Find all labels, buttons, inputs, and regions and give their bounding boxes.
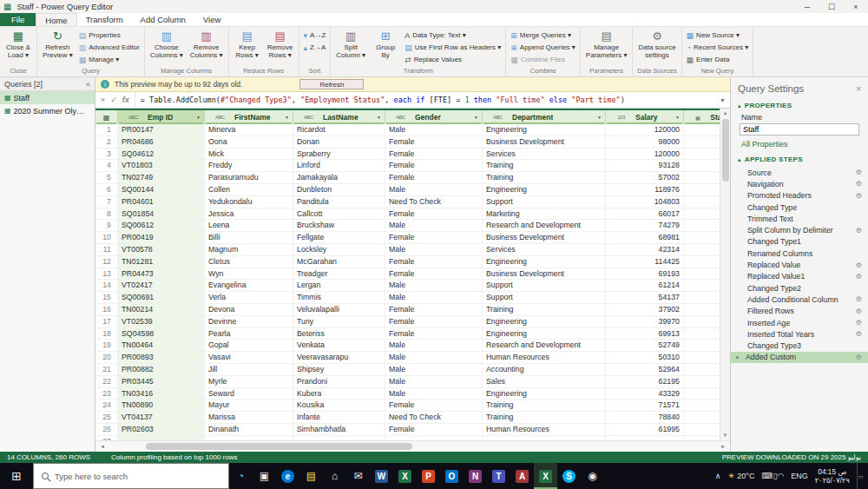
- access-icon[interactable]: A: [510, 463, 534, 489]
- task-view-icon[interactable]: ▣: [253, 463, 276, 489]
- cell[interactable]: 74279: [606, 220, 684, 231]
- cell[interactable]: [684, 304, 720, 315]
- cell[interactable]: Engineering: [483, 256, 606, 268]
- excel-active-icon[interactable]: X: [534, 463, 557, 489]
- cell[interactable]: Male: [385, 376, 483, 387]
- row-number[interactable]: 17: [95, 316, 118, 327]
- tab-view[interactable]: View: [194, 13, 229, 26]
- cell[interactable]: Services: [483, 149, 606, 160]
- cell[interactable]: [684, 172, 720, 183]
- column-header-start-date[interactable]: ▦Start Date▼: [684, 110, 720, 124]
- cell[interactable]: Donan: [293, 136, 385, 148]
- mail-icon[interactable]: ✉: [346, 463, 370, 489]
- cell[interactable]: 66017: [606, 208, 684, 220]
- cell[interactable]: Seward: [205, 388, 293, 400]
- step-changed-type[interactable]: Changed Type: [731, 202, 868, 213]
- cell[interactable]: TN01281: [118, 256, 205, 268]
- cell[interactable]: Leena: [205, 220, 293, 231]
- gear-icon[interactable]: ⚙: [856, 273, 862, 281]
- cell[interactable]: Training: [483, 400, 606, 411]
- cell[interactable]: Sales: [483, 376, 606, 387]
- close-button[interactable]: ×: [844, 0, 868, 13]
- cell[interactable]: Magnum: [205, 244, 293, 255]
- button-data-source-settings[interactable]: ⚙Data source settings: [635, 28, 678, 66]
- select-all-corner[interactable]: ▦: [95, 110, 118, 124]
- applied-steps-section-header[interactable]: ▴ APPLIED STEPS: [731, 152, 868, 165]
- cell[interactable]: Infante: [293, 412, 385, 423]
- cell[interactable]: [684, 184, 720, 195]
- cell[interactable]: Need To Check: [385, 412, 483, 423]
- cell[interactable]: Research and Development: [483, 220, 606, 231]
- step-promoted-headers[interactable]: Promoted Headers⚙: [731, 190, 868, 202]
- tray-icon-0[interactable]: ⌨: [761, 472, 773, 480]
- cell[interactable]: 118976: [606, 184, 684, 195]
- weather-widget[interactable]: ☀ 20°C: [727, 472, 754, 480]
- cell[interactable]: Female: [385, 304, 483, 315]
- cell[interactable]: Services: [483, 244, 606, 255]
- cell[interactable]: Parasuramudu: [205, 172, 293, 183]
- filter-dropdown-icon[interactable]: ▼: [474, 115, 478, 120]
- filter-dropdown-icon[interactable]: ▼: [285, 115, 289, 120]
- cell[interactable]: Kubera: [293, 388, 385, 400]
- cell[interactable]: Training: [483, 172, 606, 183]
- cell[interactable]: McGarahan: [293, 256, 385, 268]
- cell[interactable]: Support: [483, 196, 606, 208]
- cell[interactable]: [684, 376, 720, 387]
- cell[interactable]: Dinanath: [205, 424, 293, 435]
- cell[interactable]: [684, 424, 720, 435]
- cell[interactable]: Male: [385, 244, 483, 255]
- cell[interactable]: Devona: [205, 304, 293, 315]
- cell[interactable]: Engineering: [483, 124, 606, 135]
- cell[interactable]: 71571: [606, 400, 684, 411]
- cell[interactable]: [684, 220, 720, 231]
- horizontal-scroll-thumb[interactable]: [146, 443, 413, 450]
- cell[interactable]: PR02603: [118, 424, 205, 435]
- cell[interactable]: Training: [483, 160, 606, 171]
- cell[interactable]: 93128: [606, 160, 684, 171]
- cell[interactable]: Treadger: [293, 268, 385, 280]
- step-trimmed-text[interactable]: Trimmed Text: [731, 213, 868, 224]
- row-number[interactable]: 12: [95, 256, 118, 268]
- cell[interactable]: PR04473: [118, 268, 205, 280]
- cell[interactable]: Fellgate: [293, 232, 385, 243]
- row-number[interactable]: 24: [95, 400, 118, 411]
- gear-icon[interactable]: ⚙: [856, 319, 862, 327]
- cell[interactable]: Human Resources: [483, 424, 606, 435]
- cell[interactable]: [684, 244, 720, 255]
- row-number[interactable]: 9: [95, 220, 118, 231]
- row-number[interactable]: 8: [95, 208, 118, 220]
- cell[interactable]: Female: [385, 268, 483, 280]
- cell[interactable]: Male: [385, 352, 483, 363]
- button-properties[interactable]: ▤Properties: [77, 30, 141, 41]
- cell[interactable]: Business Development: [483, 136, 606, 148]
- formula-input[interactable]: = Table.AddColumn(#"Changed Type3", "Emp…: [135, 96, 715, 104]
- cell[interactable]: 114425: [606, 256, 684, 268]
- filter-dropdown-icon[interactable]: ▼: [597, 115, 602, 120]
- cell[interactable]: Jessica: [205, 208, 293, 220]
- cell[interactable]: [684, 328, 720, 340]
- cell[interactable]: Myrle: [205, 376, 293, 387]
- cell[interactable]: PR00893: [118, 352, 205, 363]
- cell[interactable]: TN02749: [118, 172, 205, 183]
- cell[interactable]: Gopal: [205, 340, 293, 351]
- refresh-button[interactable]: Refresh: [299, 79, 364, 89]
- gear-icon[interactable]: ⚙: [856, 295, 862, 303]
- row-number[interactable]: 5: [95, 172, 118, 183]
- cell[interactable]: Need To Check: [385, 196, 483, 208]
- cell[interactable]: [684, 400, 720, 411]
- cell[interactable]: Support: [483, 292, 606, 303]
- row-number[interactable]: 22: [95, 376, 118, 387]
- cell[interactable]: 69193: [606, 268, 684, 280]
- cell[interactable]: TN00890: [118, 400, 205, 411]
- cell[interactable]: 52749: [606, 340, 684, 351]
- cell[interactable]: Female: [385, 328, 483, 340]
- cell[interactable]: TN03416: [118, 388, 205, 400]
- store-icon[interactable]: ⌂: [323, 463, 346, 489]
- cell[interactable]: PR00419: [118, 232, 205, 243]
- cell[interactable]: 61995: [606, 424, 684, 435]
- step-added-custom[interactable]: ×Added Custom⚙: [731, 352, 868, 363]
- maximize-button[interactable]: ☐: [819, 0, 844, 13]
- button-manage-parameters[interactable]: ▤Manage Parameters ▾: [583, 28, 630, 66]
- vertical-scroll-track[interactable]: [720, 118, 730, 431]
- tab-transform[interactable]: Transform: [77, 13, 132, 26]
